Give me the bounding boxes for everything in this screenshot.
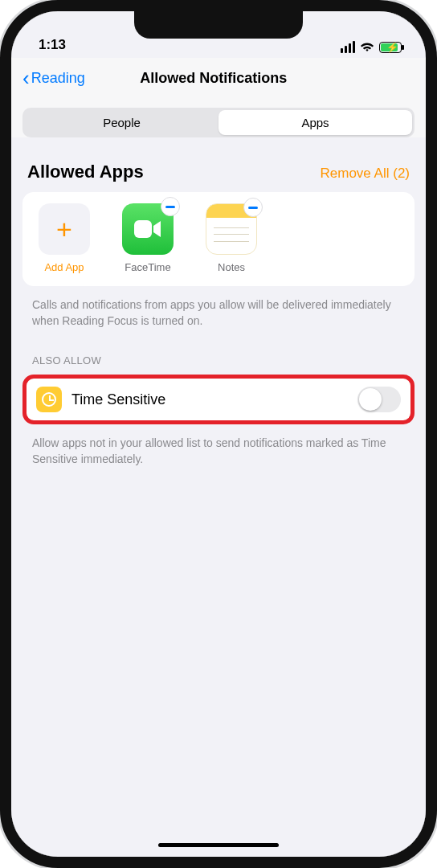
remove-badge[interactable] <box>243 198 263 217</box>
app-label: FaceTime <box>125 261 170 273</box>
app-notes[interactable]: Notes <box>199 203 263 273</box>
remove-badge[interactable] <box>161 197 180 216</box>
notch <box>134 11 303 39</box>
svg-rect-0 <box>134 220 152 238</box>
content: Allowed Apps Remove All (2) + Add App Fa… <box>11 137 426 470</box>
remove-all-button[interactable]: Remove All (2) <box>321 166 410 182</box>
time-sensitive-toggle[interactable] <box>357 387 401 412</box>
minus-icon <box>165 206 175 208</box>
status-right: ⚡ <box>341 41 402 53</box>
minus-icon <box>248 207 258 209</box>
add-app-button[interactable]: + Add App <box>32 203 96 273</box>
tab-people[interactable]: People <box>25 110 218 135</box>
status-time: 1:13 <box>39 37 66 53</box>
segmented-control: People Apps <box>22 108 415 137</box>
battery-icon: ⚡ <box>379 42 402 53</box>
time-sensitive-footer: Allow apps not in your allowed list to s… <box>22 424 415 470</box>
wifi-icon <box>360 42 374 52</box>
notes-icon <box>206 203 257 255</box>
screen: 1:13 ⚡ ‹ Reading Allowed Notifications <box>11 11 426 857</box>
side-button <box>0 293 2 349</box>
section-header: Allowed Apps Remove All (2) <box>22 137 415 192</box>
also-allow-header: ALSO ALLOW <box>22 332 415 375</box>
side-button <box>0 220 2 276</box>
tab-apps[interactable]: Apps <box>218 110 412 135</box>
segmented-bar: People Apps <box>11 100 426 137</box>
cellular-icon <box>341 41 355 53</box>
time-sensitive-row: Time Sensitive <box>22 375 415 424</box>
facetime-icon <box>122 203 174 255</box>
allowed-apps-title: Allowed Apps <box>27 162 144 182</box>
side-button <box>0 164 2 193</box>
app-facetime[interactable]: FaceTime <box>116 203 180 273</box>
add-app-icon: + <box>39 203 90 255</box>
nav-bar: ‹ Reading Allowed Notifications <box>11 58 426 100</box>
add-app-label: Add App <box>44 261 84 273</box>
app-label: Notes <box>218 261 245 273</box>
home-indicator[interactable] <box>158 843 279 847</box>
time-sensitive-label: Time Sensitive <box>71 391 348 408</box>
allowed-apps-card: + Add App FaceTime Notes <box>22 192 415 286</box>
iphone-frame: 1:13 ⚡ ‹ Reading Allowed Notifications <box>0 0 437 868</box>
plus-icon: + <box>56 215 72 243</box>
page-title: Allowed Notifications <box>13 70 415 87</box>
clock-icon <box>36 387 62 412</box>
allowed-footer: Calls and notifications from apps you al… <box>22 286 415 332</box>
